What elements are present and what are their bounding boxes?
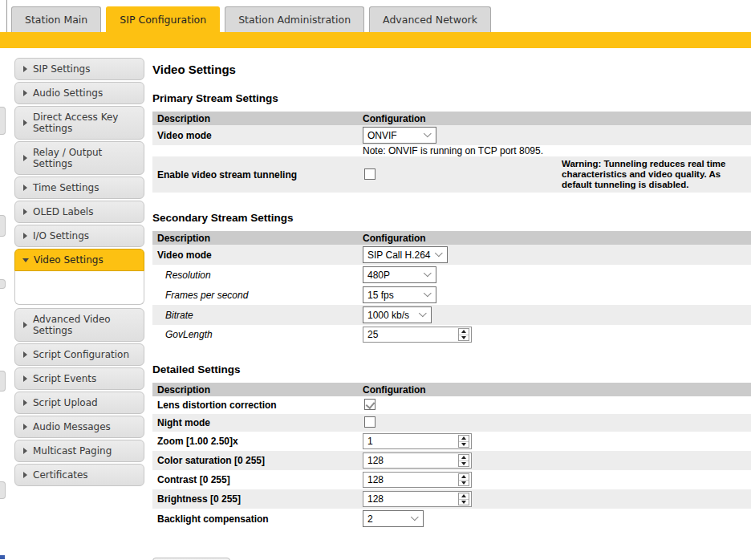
sidebar-item-label: Time Settings: [33, 182, 99, 193]
sidebar-item-oled-labels[interactable]: OLED Labels: [14, 201, 144, 223]
left-edge-artifact: [0, 107, 6, 135]
column-header-description: Description: [152, 231, 363, 245]
contrast-label: Contrast [0 255]: [152, 470, 363, 489]
lens-distortion-label: Lens distortion correction: [152, 396, 363, 414]
sidebar-item-direct-access-key-settings[interactable]: Direct Access Key Settings: [14, 106, 144, 140]
chevron-down-icon: [411, 513, 419, 521]
zoom-input[interactable]: 1: [363, 433, 472, 449]
primary-stream-table: Description Configuration Video mode ONV…: [152, 112, 751, 193]
chevron-right-icon: [23, 233, 27, 239]
chevron-down-icon: [22, 258, 29, 262]
detailed-settings-table: Description Configuration Lens distortio…: [152, 383, 751, 529]
tab-station-administration[interactable]: Station Administration: [225, 6, 364, 32]
detailed-settings-heading: Detailed Settings: [152, 363, 751, 375]
page-title: Video Settings: [152, 63, 751, 76]
bitrate-select[interactable]: 1000 kb/s: [363, 306, 432, 323]
lens-distortion-checkbox[interactable]: [364, 399, 376, 410]
spin-up-icon: [461, 494, 466, 497]
tab-sip-configuration[interactable]: SIP Configuration: [106, 6, 220, 32]
night-mode-checkbox[interactable]: [364, 416, 376, 428]
sidebar-item-audio-settings[interactable]: Audio Settings: [14, 82, 144, 104]
spin-up-icon: [461, 436, 466, 440]
backlight-select[interactable]: 2: [363, 510, 424, 527]
brightness-value: 128: [367, 493, 384, 505]
accent-band: [0, 32, 751, 48]
column-header-configuration: Configuration: [363, 231, 751, 245]
spinner-buttons[interactable]: [458, 493, 469, 505]
chevron-right-icon: [23, 185, 27, 191]
primary-stream-heading: Primary Stream Settings: [152, 92, 751, 104]
chevron-down-icon: [424, 129, 432, 137]
tunneling-warning: Warning: Tunneling reduces real time cha…: [562, 156, 751, 193]
sidebar-item-certificates[interactable]: Certificates: [14, 464, 144, 486]
primary-video-mode-value: ONVIF: [367, 130, 397, 141]
color-saturation-label: Color saturation [0 255]: [152, 451, 363, 470]
sidebar-item-label: SIP Settings: [33, 63, 90, 75]
tunneling-checkbox[interactable]: [364, 168, 376, 180]
resolution-select[interactable]: 480P: [363, 266, 436, 283]
left-edge-artifact: [0, 481, 6, 499]
sidebar-item-label: Video Settings: [34, 254, 104, 266]
spinner-buttons[interactable]: [458, 328, 469, 341]
brightness-input[interactable]: 128: [363, 491, 472, 507]
fps-label: Frames per second: [152, 285, 363, 305]
backlight-value: 2: [367, 513, 373, 525]
chevron-right-icon: [23, 322, 27, 328]
sidebar-item-script-configuration[interactable]: Script Configuration: [14, 343, 144, 366]
sidebar-item-sip-settings[interactable]: SIP Settings: [14, 58, 144, 80]
empty-cell: [152, 145, 363, 156]
sidebar-item-label: Multicast Paging: [33, 445, 112, 457]
govlength-label: GovLength: [152, 325, 363, 344]
tab-advanced-network[interactable]: Advanced Network: [369, 6, 491, 32]
column-header-configuration: Configuration: [363, 112, 562, 125]
contrast-input[interactable]: 128: [363, 472, 472, 488]
chevron-right-icon: [23, 90, 27, 96]
column-header-spacer: [562, 112, 751, 125]
chevron-down-icon: [435, 249, 443, 257]
sidebar-item-script-events[interactable]: Script Events: [14, 367, 144, 390]
left-edge-artifact: [0, 279, 6, 289]
bitrate-value: 1000 kb/s: [367, 310, 409, 321]
sidebar-item-label: Advanced Video Settings: [33, 314, 139, 336]
spinner-buttons[interactable]: [458, 454, 469, 467]
sidebar-item-time-settings[interactable]: Time Settings: [14, 177, 144, 199]
fps-select[interactable]: 15 fps: [363, 286, 436, 303]
video-settings-submenu-panel: [14, 271, 144, 305]
bitrate-label: Bitrate: [152, 305, 363, 325]
sidebar-item-script-upload[interactable]: Script Upload: [14, 392, 144, 414]
chevron-right-icon: [23, 448, 27, 454]
column-header-description: Description: [152, 112, 363, 125]
spinner-buttons[interactable]: [458, 435, 469, 448]
primary-video-mode-select[interactable]: ONVIF: [363, 127, 436, 144]
sidebar-item-relay-output-settings[interactable]: Relay / Output Settings: [14, 141, 144, 175]
color-saturation-input[interactable]: 128: [363, 452, 472, 469]
chevron-right-icon: [23, 209, 27, 215]
sidebar-item-label: Script Configuration: [33, 349, 129, 360]
secondary-video-mode-select[interactable]: SIP Call H.264: [363, 246, 448, 263]
resolution-label: Resolution: [152, 265, 363, 285]
sidebar-item-label: Direct Access Key Settings: [33, 112, 139, 134]
window-edge-line: [6, 0, 7, 32]
sidebar: SIP Settings Audio Settings Direct Acces…: [14, 58, 144, 488]
sidebar-item-audio-messages[interactable]: Audio Messages: [14, 416, 144, 438]
sidebar-item-advanced-video-settings[interactable]: Advanced Video Settings: [14, 308, 144, 342]
sidebar-item-video-settings[interactable]: Video Settings: [14, 249, 144, 271]
spin-down-icon: [461, 462, 466, 465]
fps-value: 15 fps: [367, 290, 394, 301]
left-edge-artifact: [0, 371, 6, 392]
chevron-right-icon: [23, 472, 27, 478]
tab-station-main[interactable]: Station Main: [11, 6, 101, 32]
contrast-value: 128: [367, 474, 384, 485]
chevron-down-icon: [424, 289, 432, 297]
chevron-right-icon: [23, 66, 27, 72]
tab-bar: Station Main SIP Configuration Station A…: [0, 0, 751, 32]
column-header-description: Description: [152, 383, 363, 396]
sidebar-item-io-settings[interactable]: I/O Settings: [14, 225, 144, 247]
sidebar-item-multicast-paging[interactable]: Multicast Paging: [14, 440, 144, 462]
sidebar-item-label: Script Upload: [33, 397, 98, 408]
govlength-input[interactable]: 25: [363, 327, 472, 343]
video-mode-label: Video mode: [152, 245, 363, 265]
chevron-right-icon: [23, 155, 27, 161]
main-content: Video Settings Primary Stream Settings D…: [152, 63, 751, 560]
spinner-buttons[interactable]: [458, 473, 469, 486]
